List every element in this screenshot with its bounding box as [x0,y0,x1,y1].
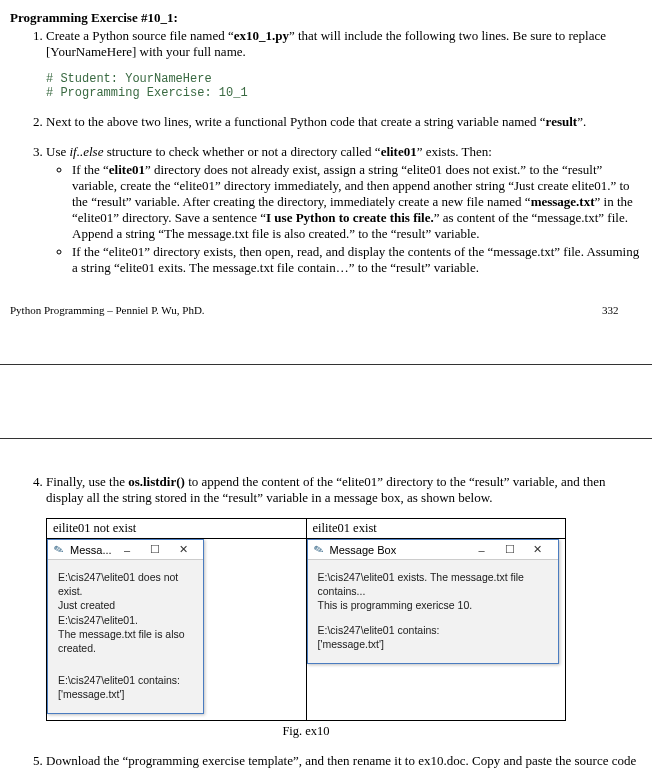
step3-mid1: structure to check whether or not a dire… [103,144,380,159]
fig-left-header: eilite01 not exist [47,519,306,538]
step1-filename: ex10_1.py [234,28,289,43]
close-icon[interactable]: ✕ [524,543,552,556]
minimize-icon[interactable]: – [113,544,141,556]
step-5: Download the “programming exercise templ… [46,753,642,769]
page-footer: Python Programming – Penniel P. Wu, PhD.… [10,304,642,316]
step3-mid2: ” exists. Then: [417,144,492,159]
msg-l-3: The message.txt file is also created. [58,627,193,655]
page-333: Finally, use the os.listdir() to append … [0,464,652,769]
main-list-cont: Finally, use the os.listdir() to append … [10,474,642,769]
bullet-not-exist: If the “elite01” directory does not alre… [72,162,642,242]
feather-icon: ✎ [53,542,68,557]
messagebox-right: ✎ Message Box – ☐ ✕ E:\cis247\elite01 ex… [307,539,559,664]
close-icon[interactable]: ✕ [169,543,197,556]
msgbox-left-body: E:\cis247\elite01 does not exist. Just c… [48,560,203,713]
figure-caption: Fig. ex10 [46,724,566,739]
figure-ex10: eilite01 not exist eilite01 exist ✎ [46,518,642,739]
page-332: Programming Exercise #10_1: Create a Pyt… [0,0,652,324]
step3-dir: elite01 [381,144,417,159]
step1-prefix: Create a Python source file named “ [46,28,234,43]
step3-prefix: Use [46,144,69,159]
code-line-2: # Programming Exercise: 10_1 [46,86,248,100]
step2-var: result [546,114,578,129]
step2-suffix: ”. [577,114,586,129]
step2-prefix: Next to the above two lines, write a fun… [46,114,546,129]
msg-r-3: E:\cis247\elite01 contains: [318,623,548,637]
msgbox-right-titlebar: ✎ Message Box – ☐ ✕ [308,540,558,560]
bullet-exist: If the “elite01” directory exists, then … [72,244,642,276]
msg-l-5: ['message.txt'] [58,687,193,701]
maximize-icon[interactable]: ☐ [496,543,524,556]
feather-icon: ✎ [312,542,327,557]
figure-table: eilite01 not exist eilite01 exist ✎ [46,518,566,721]
msg-l-1: E:\cis247\elite01 does not exist. [58,570,193,598]
msgbox-left-title: Messa... [70,544,112,556]
footer-page-number: 332 [602,304,642,316]
msgbox-right-title: Message Box [330,544,397,556]
b1file: message.txt [531,194,595,209]
b1sent: I use Python to create this file. [266,210,434,225]
fig-right-header: eilite01 exist [307,519,566,538]
msg-r-4: ['message.txt'] [318,637,548,651]
step-1: Create a Python source file named “ex10_… [46,28,642,100]
step4-prefix: Finally, use the [46,474,128,489]
step3-ifelse: if..else [69,144,103,159]
page-separator [0,324,652,464]
main-list: Create a Python source file named “ex10_… [10,28,642,276]
b1dir: elite01 [109,162,145,177]
b1a: If the “ [72,162,109,177]
step-3: Use if..else structure to check whether … [46,144,642,276]
messagebox-left: ✎ Messa... – ☐ ✕ E:\cis247\elite01 does … [47,539,204,714]
step-2: Next to the above two lines, write a fun… [46,114,642,130]
msg-r-2: This is programming exericse 10. [318,598,548,612]
maximize-icon[interactable]: ☐ [141,543,169,556]
step3-bullets: If the “elite01” directory does not alre… [46,162,642,276]
exercise-title-10-1: Programming Exercise #10_1: [10,10,642,26]
msgbox-left-titlebar: ✎ Messa... – ☐ ✕ [48,540,203,560]
msgbox-right-body: E:\cis247\elite01 exists. The message.tx… [308,560,558,663]
step-4: Finally, use the os.listdir() to append … [46,474,642,739]
msg-l-4: E:\cis247\elite01 contains: [58,673,193,687]
msg-r-1: E:\cis247\elite01 exists. The message.tx… [318,570,548,598]
footer-author: Python Programming – Penniel P. Wu, PhD. [10,304,602,316]
code-block: # Student: YourNameHere # Programming Ex… [46,72,642,100]
minimize-icon[interactable]: – [468,544,496,556]
step4-func: os.listdir() [128,474,185,489]
msg-l-2: Just created E:\cis247\elite01. [58,598,193,626]
code-line-1: # Student: YourNameHere [46,72,212,86]
